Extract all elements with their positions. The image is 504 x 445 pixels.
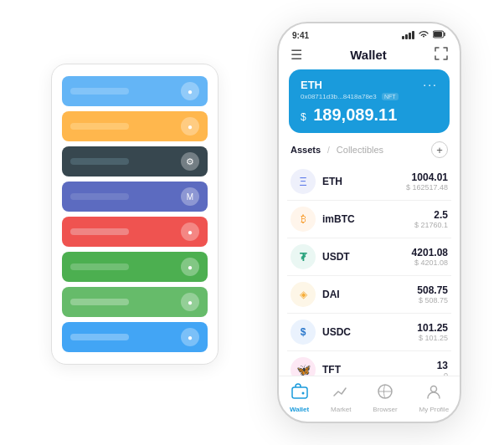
browser-nav-label: Browser	[373, 406, 397, 413]
dai-amounts: 508.75 $ 508.75	[417, 284, 448, 304]
stack-card-icon-4: M	[181, 187, 199, 206]
stack-card-icon-3: ⚙	[181, 152, 199, 171]
stack-card-line-2	[70, 123, 129, 130]
usdt-amounts: 4201.08 $ 4201.08	[412, 247, 448, 267]
tab-separator: /	[327, 146, 330, 155]
profile-nav-label: My Profile	[419, 406, 450, 413]
usdt-symbol: USDT	[322, 251, 412, 263]
stack-card-5: ●	[62, 217, 208, 247]
status-icons	[402, 30, 446, 40]
usdc-usd: $ 101.25	[417, 334, 448, 342]
dai-usd: $ 508.75	[417, 296, 448, 304]
usdc-icon: $	[291, 320, 316, 345]
tab-assets[interactable]: Assets	[291, 145, 321, 155]
usdc-symbol: USDC	[322, 326, 417, 338]
stack-card-line-1	[70, 88, 129, 95]
wallet-title: Wallet	[350, 48, 387, 62]
tft-symbol: TFT	[322, 364, 437, 376]
eth-card: ETH ··· 0x08711d3b...8418a78e3 NFT $ 189…	[289, 69, 450, 133]
stack-card-line-5	[70, 228, 129, 235]
imbtc-symbol: imBTC	[322, 213, 414, 225]
eth-amount: 1004.01	[406, 171, 448, 183]
eth-symbol: ETH	[322, 176, 406, 187]
eth-card-dots[interactable]: ···	[423, 78, 438, 91]
asset-row-tft[interactable]: 🦋 TFT 13 0	[287, 351, 451, 376]
dai-symbol: DAI	[322, 289, 417, 300]
card-stack: ● ● ⚙ M ● ● ● ●	[51, 64, 219, 365]
asset-list: Ξ ETH 1004.01 $ 162517.48 ₿ imBTC 2.5 $ …	[279, 163, 460, 376]
status-bar: 9:41	[279, 23, 460, 43]
asset-row-eth[interactable]: Ξ ETH 1004.01 $ 162517.48	[287, 163, 451, 201]
usdt-icon: ₮	[291, 244, 316, 269]
phone-header: ☰ Wallet	[279, 43, 460, 69]
imbtc-amounts: 2.5 $ 21760.1	[414, 209, 448, 229]
eth-icon: Ξ	[291, 169, 316, 194]
assets-header: Assets / Collectibles +	[279, 141, 460, 163]
nav-profile[interactable]: My Profile	[419, 383, 450, 413]
market-nav-icon	[332, 383, 349, 404]
usdt-usd: $ 4201.08	[412, 258, 448, 267]
bottom-nav: Wallet Market Browser My Profile	[279, 376, 460, 422]
asset-row-dai[interactable]: ◈ DAI 508.75 $ 508.75	[287, 276, 451, 314]
svg-rect-2	[292, 387, 307, 398]
stack-card-icon-5: ●	[181, 222, 199, 241]
tft-icon: 🦋	[291, 357, 316, 376]
stack-card-line-6	[70, 263, 129, 270]
svg-rect-1	[434, 32, 442, 37]
stack-card-icon-6: ●	[181, 258, 199, 276]
phone: 9:41 ☰ Wallet	[277, 22, 461, 423]
usdt-amount: 4201.08	[412, 247, 448, 258]
market-nav-label: Market	[331, 406, 351, 413]
asset-row-usdc[interactable]: $ USDC 101.25 $ 101.25	[287, 314, 451, 351]
svg-point-3	[301, 392, 304, 395]
usdc-amount: 101.25	[417, 322, 448, 334]
eth-usd: $ 162517.48	[406, 183, 448, 192]
imbtc-usd: $ 21760.1	[414, 221, 448, 229]
stack-card-1: ●	[62, 76, 208, 106]
status-time: 9:41	[292, 31, 309, 40]
nav-wallet[interactable]: Wallet	[290, 383, 309, 413]
signal-icon	[402, 31, 414, 39]
stack-card-line-8	[70, 334, 129, 340]
add-asset-button[interactable]: +	[431, 141, 448, 158]
stack-card-icon-8: ●	[181, 328, 199, 346]
nav-browser[interactable]: Browser	[373, 383, 397, 413]
expand-icon[interactable]	[435, 47, 448, 63]
nav-market[interactable]: Market	[331, 383, 351, 413]
usdc-amounts: 101.25 $ 101.25	[417, 322, 448, 342]
wallet-nav-label: Wallet	[290, 406, 309, 413]
stack-card-6: ●	[62, 252, 208, 282]
assets-tabs: Assets / Collectibles	[291, 145, 383, 155]
menu-icon[interactable]: ☰	[291, 47, 302, 63]
eth-card-title: ETH	[301, 79, 322, 91]
tab-collectibles[interactable]: Collectibles	[337, 145, 383, 155]
eth-card-address: 0x08711d3b...8418a78e3 NFT	[301, 93, 438, 100]
svg-point-5	[431, 386, 437, 392]
stack-card-icon-2: ●	[181, 117, 199, 136]
browser-nav-icon	[377, 383, 393, 404]
asset-row-imbtc[interactable]: ₿ imBTC 2.5 $ 21760.1	[287, 201, 451, 238]
dai-amount: 508.75	[417, 284, 448, 296]
stack-card-line-3	[70, 158, 129, 165]
wifi-icon	[419, 30, 429, 40]
imbtc-amount: 2.5	[414, 209, 448, 221]
wallet-nav-icon	[291, 383, 308, 404]
stack-card-3: ⚙	[62, 146, 208, 176]
stack-card-icon-7: ●	[181, 293, 199, 311]
eth-amounts: 1004.01 $ 162517.48	[406, 171, 448, 192]
tft-amounts: 13 0	[437, 360, 448, 376]
stack-card-icon-1: ●	[181, 82, 199, 100]
profile-nav-icon	[425, 383, 442, 404]
eth-card-header: ETH ···	[301, 78, 438, 91]
scene: ● ● ⚙ M ● ● ● ●	[18, 13, 486, 432]
eth-card-amount: $ 189,089.11	[301, 105, 438, 125]
stack-card-2: ●	[62, 111, 208, 141]
nft-badge: NFT	[382, 93, 399, 100]
stack-card-7: ●	[62, 287, 208, 317]
stack-card-line-7	[70, 299, 129, 305]
stack-card-line-4	[70, 193, 129, 200]
dai-icon: ◈	[291, 282, 316, 307]
battery-icon	[433, 30, 446, 40]
asset-row-usdt[interactable]: ₮ USDT 4201.08 $ 4201.08	[287, 238, 451, 276]
imbtc-icon: ₿	[291, 207, 316, 232]
